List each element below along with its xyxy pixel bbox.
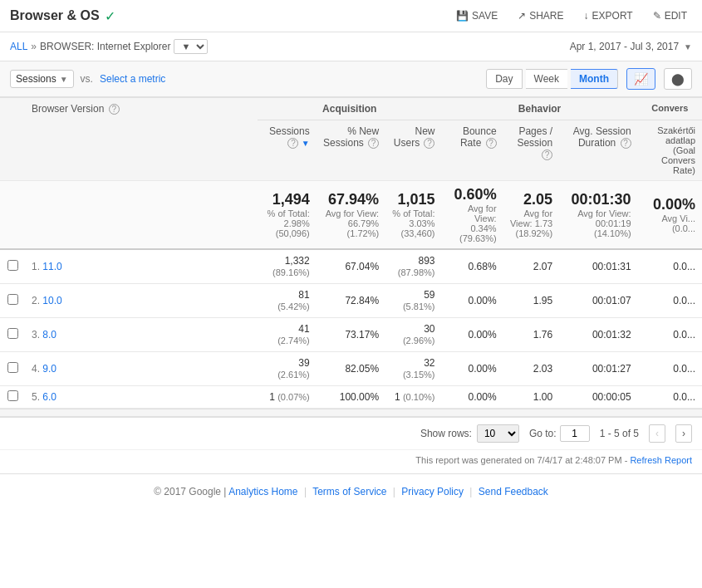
metric-label: Sessions — [16, 73, 56, 85]
totals-conv-sub: Avg Vi... (0.0... — [645, 213, 695, 233]
footer-sep3: | — [469, 486, 472, 497]
rows-per-page-select[interactable]: 10 25 50 100 — [477, 424, 519, 443]
bounce-rate-help-icon[interactable]: ? — [486, 138, 497, 149]
pct-new-help-icon[interactable]: ? — [368, 138, 379, 149]
row5-checkbox[interactable] — [7, 390, 18, 401]
browser-version-header: Browser Version ? — [25, 98, 258, 181]
totals-pages-value: 2.05 — [523, 191, 552, 208]
table-row: 4. 9.0 39 (2.61%) 82.05% 32 (3.15%) 0.00… — [0, 352, 702, 386]
row4-conv: 0.0... — [638, 352, 702, 386]
totals-pct-new-sub: Avg for View: 66.79% (1.72%) — [323, 208, 379, 238]
row3-checkbox[interactable] — [7, 328, 18, 339]
row2-rank: 2. — [32, 295, 40, 306]
row2-browser-link[interactable]: 10.0 — [42, 295, 61, 306]
prev-page-button[interactable]: ‹ — [649, 424, 665, 443]
row5-check[interactable] — [0, 386, 25, 409]
row4-browser-link[interactable]: 9.0 — [42, 363, 56, 375]
row3-sessions: 41 (2.74%) — [258, 318, 317, 352]
acquisition-group-header: Acquisition — [258, 98, 441, 120]
pie-chart-icon-button[interactable]: ⬤ — [664, 68, 692, 90]
save-icon: 💾 — [456, 10, 469, 22]
conversion-header: Szakértői adatlap (Goal Convers Rate) — [638, 120, 702, 181]
totals-pct-new-value: 67.94% — [328, 191, 379, 208]
period-week-button[interactable]: Week — [526, 69, 567, 89]
breadcrumb-all[interactable]: ALL — [10, 41, 27, 52]
avg-session-help-icon[interactable]: ? — [621, 138, 631, 149]
row4-avg: 00:01:27 — [559, 352, 637, 386]
footer-sep2: | — [393, 486, 395, 497]
row3-new-users: 30 (2.96%) — [385, 318, 441, 352]
table-row: 3. 8.0 41 (2.74%) 73.17% 30 (2.96%) 0.00… — [0, 318, 702, 352]
row1-browser-link[interactable]: 11.0 — [42, 261, 61, 272]
line-chart-icon-button[interactable]: 📈 — [626, 68, 655, 90]
breadcrumb-current-label: BROWSER: Internet Explorer — [40, 41, 170, 52]
metric-select[interactable]: Sessions ▼ — [10, 70, 74, 88]
pagination-range: 1 - 5 of 5 — [600, 428, 639, 439]
footer-privacy[interactable]: Privacy Policy — [401, 486, 464, 497]
row4-checkbox[interactable] — [7, 362, 18, 373]
edit-button[interactable]: ✎ EDIT — [648, 7, 692, 25]
breadcrumb-separator: » — [31, 41, 37, 52]
row3-check[interactable] — [0, 318, 25, 352]
totals-new-users: 1,015 % of Total: 3.03% (33,460) — [385, 181, 441, 250]
share-button[interactable]: ↗ SHARE — [513, 7, 568, 25]
row5-browser-link[interactable]: 6.0 — [42, 391, 56, 403]
row2-check[interactable] — [0, 284, 25, 318]
save-label: SAVE — [472, 10, 498, 22]
table-row: 2. 10.0 81 (5.42%) 72.84% 59 (5.81%) 0.0… — [0, 284, 702, 318]
date-range-chevron: ▼ — [684, 42, 692, 51]
row5-sessions: 1 (0.07%) — [258, 386, 317, 409]
row5-avg: 00:00:05 — [559, 386, 637, 409]
horizontal-scrollbar[interactable] — [0, 409, 702, 417]
row1-checkbox[interactable] — [7, 260, 18, 271]
row3-conv: 0.0... — [638, 318, 702, 352]
table-footer: Show rows: 10 25 50 100 Go to: 1 - 5 of … — [0, 417, 702, 449]
report-note-text: This report was generated on 7/4/17 at 2… — [415, 455, 627, 465]
totals-sessions-sub: % of Total: 2.98% (50,096) — [264, 208, 310, 238]
row4-check[interactable] — [0, 352, 25, 386]
totals-pages-sub: Avg for View: 1.73 (18.92%) — [510, 208, 553, 238]
footer-feedback[interactable]: Send Feedback — [479, 486, 548, 497]
row3-browser: 3. 8.0 — [25, 318, 258, 352]
row2-checkbox[interactable] — [7, 294, 18, 305]
row2-avg: 00:01:07 — [559, 284, 637, 318]
row1-check[interactable] — [0, 249, 25, 284]
export-button[interactable]: ↓ EXPORT — [579, 7, 638, 25]
totals-pct-new: 67.94% Avg for View: 66.79% (1.72%) — [317, 181, 385, 250]
row3-browser-link[interactable]: 8.0 — [42, 329, 56, 341]
next-page-button[interactable]: › — [675, 424, 692, 443]
pages-session-help-icon[interactable]: ? — [542, 149, 552, 160]
table-row: 5. 6.0 1 (0.07%) 100.00% 1 (0.10%) 0.00%… — [0, 386, 702, 409]
breadcrumb-dropdown[interactable]: ▼ — [174, 39, 208, 54]
pct-new-sessions-header: % New Sessions ? — [317, 120, 385, 181]
export-icon: ↓ — [584, 10, 589, 22]
vs-label: vs. — [81, 73, 93, 85]
date-range[interactable]: Apr 1, 2017 - Jul 3, 2017 ▼ — [570, 41, 692, 52]
row2-conv: 0.0... — [638, 284, 702, 318]
browser-version-help-icon[interactable]: ? — [109, 104, 120, 115]
refresh-report-link[interactable]: Refresh Report — [630, 455, 692, 465]
share-label: SHARE — [529, 10, 563, 22]
edit-icon: ✎ — [653, 10, 661, 22]
sessions-help-icon[interactable]: ? — [287, 138, 298, 149]
row4-sessions: 39 (2.61%) — [258, 352, 317, 386]
footer-terms[interactable]: Terms of Service — [312, 486, 386, 497]
row2-new-users: 59 (5.81%) — [385, 284, 441, 318]
totals-bounce-value: 0.60% — [454, 186, 497, 203]
sessions-sort-icon[interactable]: ▼ — [302, 139, 310, 148]
row4-new-users: 32 (3.15%) — [385, 352, 441, 386]
period-day-button[interactable]: Day — [486, 69, 522, 89]
footer-analytics-home[interactable]: Analytics Home — [228, 486, 297, 497]
controls-left: Sessions ▼ vs. Select a metric — [10, 70, 165, 88]
share-icon: ↗ — [518, 10, 526, 22]
row3-avg: 00:01:32 — [559, 318, 637, 352]
verified-icon: ✓ — [105, 8, 115, 24]
row1-bounce: 0.68% — [441, 249, 503, 284]
table-row: 1. 11.0 1,332 (89.16%) 67.04% 893 (87.98… — [0, 249, 702, 284]
select-metric-button[interactable]: Select a metric — [100, 73, 165, 85]
period-month-button[interactable]: Month — [571, 69, 618, 89]
page-title: Browser & OS — [10, 8, 100, 23]
go-to-input[interactable] — [560, 425, 590, 442]
save-button[interactable]: 💾 SAVE — [451, 7, 503, 25]
new-users-help-icon[interactable]: ? — [424, 138, 434, 149]
